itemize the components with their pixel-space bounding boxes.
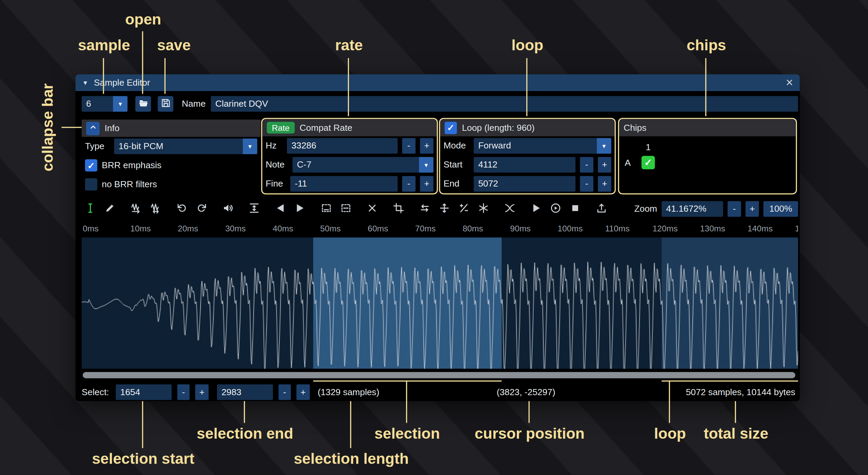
selection-start-decrease-button[interactable]: -: [177, 384, 189, 400]
fine-input[interactable]: -11: [290, 176, 398, 192]
loop-end-decrease-button[interactable]: -: [580, 176, 593, 192]
save-button[interactable]: [158, 96, 173, 112]
hz-decrease-button[interactable]: -: [402, 138, 415, 154]
info-header-label: Info: [104, 123, 119, 134]
preview-button[interactable]: [528, 200, 544, 217]
timeline-tick: 50ms: [320, 224, 340, 233]
chips-column-header: 1: [641, 142, 655, 153]
crossfade-button[interactable]: [501, 200, 518, 217]
fade-in-button[interactable]: [272, 200, 288, 217]
annotation-line: [142, 31, 143, 94]
selection-end-increase-button[interactable]: +: [296, 384, 310, 400]
check-icon: ✓: [447, 122, 454, 133]
fine-increase-button[interactable]: +: [420, 176, 433, 192]
waveform-scrollbar[interactable]: [82, 371, 798, 380]
resize-button[interactable]: [128, 200, 144, 217]
annotation-loop-bottom: loop: [654, 425, 686, 442]
name-label: Name: [182, 96, 205, 112]
timeline-tick: 10ms: [130, 224, 151, 233]
zoom-label: Zoom: [634, 204, 657, 214]
close-button[interactable]: ×: [786, 76, 793, 89]
normalize-button[interactable]: [246, 200, 262, 217]
type-select[interactable]: 16-bit PCM ▼: [114, 139, 257, 154]
timeline-tick: 40ms: [273, 224, 293, 233]
amplify-icon: [222, 202, 234, 216]
collapse-window-icon[interactable]: ▼: [82, 79, 88, 86]
annotation-line: [735, 401, 736, 423]
annotation-line: [669, 381, 670, 423]
redo-button[interactable]: [193, 200, 210, 217]
annotation-total-size: total size: [704, 425, 768, 442]
import-button[interactable]: [593, 200, 610, 217]
waveform-canvas[interactable]: [82, 238, 798, 369]
name-input[interactable]: Clarinet DQV: [211, 96, 798, 112]
delete-icon: [366, 202, 378, 216]
selection-end-input[interactable]: 2983: [217, 384, 273, 400]
apply-silence-button[interactable]: [337, 200, 354, 217]
invert-button[interactable]: [436, 200, 452, 217]
open-button[interactable]: [135, 96, 151, 112]
trim-button[interactable]: [390, 200, 406, 217]
edit-mode-button[interactable]: [82, 200, 98, 217]
loop-start-increase-button[interactable]: +: [598, 157, 611, 173]
selection-end-decrease-button[interactable]: -: [279, 384, 291, 400]
zoom-reset-button[interactable]: 100%: [763, 201, 798, 217]
play-button[interactable]: [547, 200, 564, 217]
signed-unsigned-button[interactable]: [455, 200, 472, 217]
amplify-button[interactable]: [219, 200, 236, 217]
draw-mode-button[interactable]: [101, 200, 118, 217]
loop-end-input[interactable]: 5072: [474, 176, 575, 192]
selection-start-input[interactable]: 1654: [116, 384, 171, 400]
chevron-down-icon[interactable]: ▼: [419, 157, 434, 173]
insert-silence-icon: [320, 202, 332, 216]
sample-select[interactable]: 6 ▼: [82, 96, 128, 112]
undo-button[interactable]: [173, 200, 190, 217]
waveform-view[interactable]: [82, 238, 798, 369]
delete-button[interactable]: [364, 200, 380, 217]
check-icon: ✓: [644, 157, 652, 169]
chevron-up-icon: [89, 123, 97, 134]
select-label: Select:: [82, 383, 109, 401]
zoom-input[interactable]: 41.1672%: [662, 201, 723, 217]
loop-start-input[interactable]: 4112: [474, 157, 575, 173]
zoom-in-button[interactable]: +: [746, 201, 759, 217]
chevron-down-icon[interactable]: ▼: [243, 139, 257, 154]
loop-mode-select[interactable]: Forward ▼: [474, 138, 611, 154]
no-brr-filters-checkbox[interactable]: [85, 178, 97, 191]
apply-filter-button[interactable]: [475, 200, 491, 217]
import-icon: [595, 202, 607, 216]
timeline-ruler[interactable]: 0ms10ms20ms30ms40ms50ms60ms70ms80ms90ms1…: [82, 221, 798, 236]
zoom-controls: Zoom 41.1672% - + 100%: [634, 201, 798, 217]
scrollbar-thumb[interactable]: [83, 372, 795, 378]
stop-button[interactable]: [567, 200, 583, 217]
chevron-down-icon[interactable]: ▼: [113, 96, 128, 112]
hz-input[interactable]: 33286: [287, 138, 398, 154]
apply-silence-icon: [340, 202, 352, 216]
fine-decrease-button[interactable]: -: [402, 176, 415, 192]
reverse-icon: [419, 202, 431, 216]
annotation-line: [62, 127, 82, 128]
brr-emphasis-checkbox[interactable]: ✓: [85, 159, 97, 172]
loop-end-increase-button[interactable]: +: [598, 176, 611, 192]
loop-enable-checkbox[interactable]: ✓: [445, 122, 457, 134]
chevron-down-icon[interactable]: ▼: [597, 138, 611, 154]
timeline-tick: 120ms: [653, 224, 678, 233]
timeline-tick: 90ms: [510, 224, 531, 233]
window-titlebar[interactable]: ▼ Sample Editor ×: [76, 74, 800, 91]
info-collapse-button[interactable]: [86, 122, 99, 135]
open-folder-icon: [138, 98, 148, 110]
selection-start-increase-button[interactable]: +: [195, 384, 208, 400]
zoom-out-button[interactable]: -: [728, 201, 741, 217]
resample-button[interactable]: [147, 200, 164, 217]
annotation-chips: chips: [687, 37, 726, 54]
loop-mode-label: Mode: [444, 141, 469, 151]
signed-unsigned-icon: [458, 202, 470, 216]
note-label: Note: [266, 160, 288, 170]
hz-increase-button[interactable]: +: [420, 138, 433, 154]
loop-start-decrease-button[interactable]: -: [580, 157, 593, 173]
fade-out-button[interactable]: [291, 200, 308, 217]
insert-silence-button[interactable]: [318, 200, 334, 217]
reverse-button[interactable]: [416, 200, 433, 217]
chip-enable-checkbox[interactable]: ✓: [641, 156, 655, 169]
note-select[interactable]: C-7 ▼: [293, 157, 433, 173]
